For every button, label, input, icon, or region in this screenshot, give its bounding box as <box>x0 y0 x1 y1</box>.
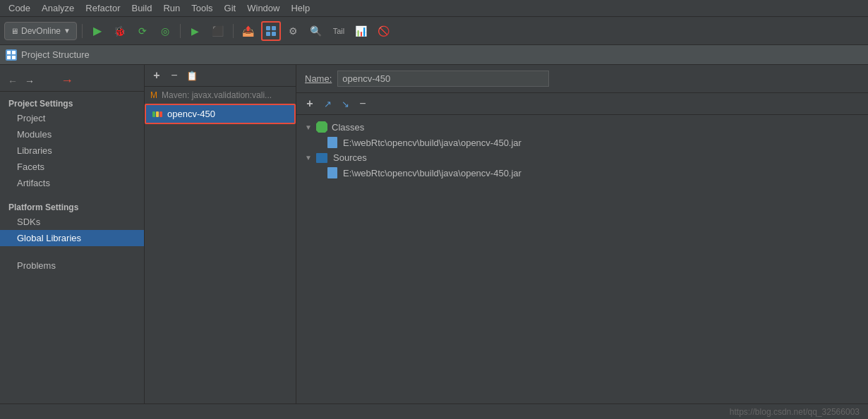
menu-run[interactable]: Run <box>157 1 186 15</box>
classes-icon <box>316 121 327 133</box>
back-button[interactable]: ← <box>6 74 20 88</box>
sources-icon <box>316 153 327 163</box>
build-artifact-button[interactable]: 📤 <box>239 21 258 41</box>
project-structure-button[interactable] <box>261 21 281 41</box>
ps-titlebar: Project Structure <box>0 45 868 65</box>
toolbar-separator-1 <box>82 24 83 38</box>
menu-code[interactable]: Code <box>3 1 36 15</box>
classes-arrow: ▼ <box>305 123 313 131</box>
ps-icon <box>6 49 17 61</box>
add-path3-button[interactable]: ↘ <box>337 96 353 111</box>
sidebar-item-facets[interactable]: Facets <box>0 159 144 175</box>
remove-library-button[interactable]: − <box>167 68 182 83</box>
svg-rect-3 <box>272 32 276 36</box>
toolbar-separator-2 <box>180 24 181 38</box>
sidebar-item-modules[interactable]: Modules <box>0 126 144 142</box>
sidebar-nav: ← → → <box>0 71 144 92</box>
status-bar: https://blog.csdn.net/qq_32566003 <box>0 403 868 419</box>
middle-panel: + − 📋 M Maven: javax.validation:vali... <box>145 65 296 403</box>
status-url: https://blog.csdn.net/qq_32566003 <box>730 407 860 417</box>
tree-node-classes[interactable]: ▼ Classes <box>296 119 868 135</box>
toolbar-separator-3 <box>233 24 234 38</box>
svg-rect-5 <box>12 51 16 54</box>
add-library-button[interactable]: + <box>149 68 164 83</box>
library-list: M Maven: javax.validation:vali... opencv… <box>145 87 296 403</box>
svg-rect-4 <box>7 51 11 54</box>
svg-rect-9 <box>156 111 159 117</box>
project-structure-window: Project Structure ← → → Project Settings… <box>0 45 868 419</box>
chart-button[interactable]: 📊 <box>351 21 371 41</box>
annotation-arrow-1: → <box>61 73 73 88</box>
remove-path-button[interactable]: − <box>355 96 370 111</box>
svg-rect-10 <box>159 111 162 117</box>
library-item-opencv[interactable]: opencv-450 <box>145 104 296 124</box>
right-panel: Name: + ↗ ↘ − ▼ Classes <box>296 65 868 403</box>
menu-bar: Code Analyze Refactor Build Run Tools Gi… <box>0 0 868 17</box>
coverage-button[interactable]: ⟳ <box>133 21 152 41</box>
svg-rect-1 <box>272 26 276 30</box>
sidebar-item-sdks[interactable]: SDKs <box>0 214 144 230</box>
ps-content: ← → → Project Settings Project Modules L… <box>0 65 868 403</box>
svg-rect-6 <box>7 56 11 59</box>
middle-toolbar: + − 📋 <box>145 65 296 87</box>
menu-tools[interactable]: Tools <box>186 1 218 15</box>
sources-arrow: ▼ <box>305 154 313 162</box>
run2-button[interactable]: ▶ <box>186 21 205 41</box>
sidebar-item-libraries[interactable]: Libraries <box>0 142 144 159</box>
menu-help[interactable]: Help <box>285 1 315 15</box>
name-input[interactable] <box>337 71 549 87</box>
search-button[interactable]: 🔍 <box>306 21 326 41</box>
dev-online-button[interactable]: 🖥 DevOnline ▼ <box>4 22 77 40</box>
project-settings-header: Project Settings <box>0 95 144 110</box>
menu-build[interactable]: Build <box>126 1 157 15</box>
sources-file-icon <box>327 167 337 178</box>
menu-git[interactable]: Git <box>219 1 242 15</box>
debug-button[interactable]: 🐞 <box>110 21 130 41</box>
sidebar-item-problems[interactable]: Problems <box>0 257 144 274</box>
svg-rect-2 <box>266 32 270 36</box>
sidebar-item-global-libraries[interactable]: Global Libraries <box>0 230 144 246</box>
platform-settings-header: Platform Settings <box>0 198 144 214</box>
tree-node-classes-file[interactable]: E:\webRtc\opencv\build\java\opencv-450.j… <box>296 135 868 150</box>
add-path-button[interactable]: + <box>302 96 318 111</box>
menu-refactor[interactable]: Refactor <box>80 1 126 15</box>
forward-button[interactable]: → <box>23 74 37 88</box>
svg-rect-7 <box>12 56 16 59</box>
right-toolbar: + ↗ ↘ − <box>296 93 868 115</box>
name-label: Name: <box>305 73 332 84</box>
svg-rect-0 <box>266 26 270 30</box>
disable-button[interactable]: 🚫 <box>374 21 394 41</box>
sources-label: Sources <box>333 152 367 163</box>
tree-node-sources[interactable]: ▼ Sources <box>296 150 868 165</box>
tail-button[interactable]: Tail <box>329 21 349 41</box>
svg-rect-8 <box>152 111 155 117</box>
profile-button[interactable]: ◎ <box>155 21 175 41</box>
classes-file-icon <box>327 137 337 148</box>
copy-library-button[interactable]: 📋 <box>184 68 200 83</box>
menu-analyze[interactable]: Analyze <box>36 1 80 15</box>
maven-icon: M <box>150 90 157 100</box>
sidebar: ← → → Project Settings Project Modules L… <box>0 65 145 403</box>
opencv-icon <box>152 109 163 119</box>
stop-button[interactable]: ⬛ <box>208 21 228 41</box>
sidebar-item-artifacts[interactable]: Artifacts <box>0 175 144 191</box>
name-row: Name: <box>296 65 868 93</box>
settings-button[interactable]: ⚙ <box>284 21 303 41</box>
toolbar: 🖥 DevOnline ▼ ▶ 🐞 ⟳ ◎ ▶ ⬛ 📤 ⚙ 🔍 Tail 📊 🚫 <box>0 17 868 45</box>
classes-file-label: E:\webRtc\opencv\build\java\opencv-450.j… <box>343 138 522 148</box>
run-button[interactable]: ▶ <box>88 21 107 41</box>
ps-title: Project Structure <box>21 49 90 60</box>
sources-file-label: E:\webRtc\opencv\build\java\opencv-450.j… <box>343 168 522 178</box>
tree-area: ▼ Classes E:\webRtc\opencv\build\java\op… <box>296 115 868 403</box>
library-item-maven[interactable]: M Maven: javax.validation:vali... <box>145 87 296 104</box>
menu-window[interactable]: Window <box>241 1 285 15</box>
classes-label: Classes <box>332 122 364 133</box>
sidebar-item-project[interactable]: Project <box>0 110 144 126</box>
tree-node-sources-file[interactable]: E:\webRtc\opencv\build\java\opencv-450.j… <box>296 165 868 181</box>
add-path2-button[interactable]: ↗ <box>320 96 335 111</box>
